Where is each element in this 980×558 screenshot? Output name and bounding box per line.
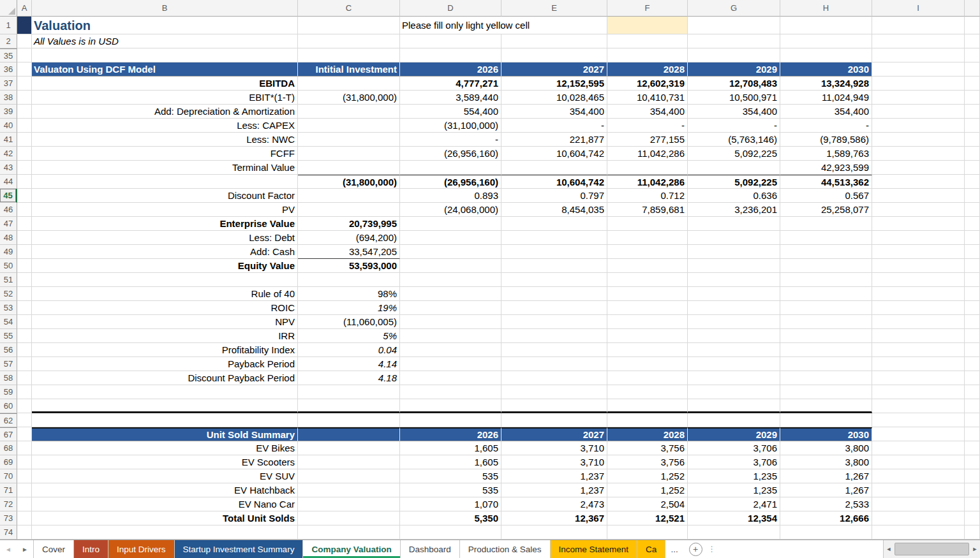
cell-filler[interactable] bbox=[965, 17, 980, 34]
cell-A54[interactable] bbox=[17, 315, 32, 329]
sheet-tab-startup-investment-summary[interactable]: Startup Investment Summary bbox=[175, 540, 304, 558]
cell-E57[interactable] bbox=[501, 357, 607, 371]
cell-B71[interactable]: EV Hatchback bbox=[32, 483, 298, 497]
cell-I60[interactable] bbox=[872, 399, 965, 413]
cell-I35[interactable] bbox=[872, 48, 965, 62]
cell-I38[interactable] bbox=[872, 91, 965, 105]
cell-I72[interactable] bbox=[872, 497, 965, 511]
sheet-tab-intro[interactable]: Intro bbox=[74, 540, 108, 558]
cell-F69[interactable]: 3,756 bbox=[607, 455, 688, 469]
cell-I51[interactable] bbox=[872, 273, 965, 287]
cell-F57[interactable] bbox=[607, 357, 688, 371]
cell-A53[interactable] bbox=[17, 301, 32, 315]
cell-E73[interactable]: 12,367 bbox=[501, 511, 607, 525]
column-header-E[interactable]: E bbox=[501, 0, 607, 17]
cell-B69[interactable]: EV Scooters bbox=[32, 455, 298, 469]
cell-I59[interactable] bbox=[872, 385, 965, 399]
cell-F45[interactable]: 0.712 bbox=[607, 189, 688, 203]
cell-I67[interactable] bbox=[872, 427, 965, 441]
row-header-55[interactable]: 55 bbox=[0, 329, 17, 343]
cell-G57[interactable] bbox=[688, 357, 780, 371]
cell-C47[interactable]: 20,739,995 bbox=[298, 217, 400, 231]
cell-I47[interactable] bbox=[872, 217, 965, 231]
row-header-59[interactable]: 59 bbox=[0, 385, 17, 399]
cell-H39[interactable]: 354,400 bbox=[780, 105, 872, 119]
cell-B39[interactable]: Add: Depreciation & Amortization bbox=[32, 105, 298, 119]
cell-H68[interactable]: 3,800 bbox=[780, 441, 872, 455]
cell-filler[interactable] bbox=[965, 259, 980, 273]
cell-G73[interactable]: 12,354 bbox=[688, 511, 780, 525]
row-header-43[interactable]: 43 bbox=[0, 161, 17, 175]
scroll-left-icon[interactable]: ◄ bbox=[884, 540, 894, 558]
cell-C41[interactable] bbox=[298, 133, 400, 147]
accent-square-cell-A1[interactable] bbox=[17, 17, 32, 34]
cell-A40[interactable] bbox=[17, 119, 32, 133]
subtitle-cell-B2[interactable]: All Values is in USD bbox=[32, 34, 298, 48]
cell-I1[interactable] bbox=[872, 17, 965, 34]
column-header-G[interactable]: G bbox=[688, 0, 780, 17]
cell-filler[interactable] bbox=[965, 385, 980, 399]
cell-B40[interactable]: Less: CAPEX bbox=[32, 119, 298, 133]
sheet-tab-cover[interactable]: Cover bbox=[33, 540, 74, 558]
cell-D72[interactable]: 1,070 bbox=[400, 497, 501, 511]
row-header-45[interactable]: 45 bbox=[0, 189, 17, 203]
cell-G62[interactable] bbox=[688, 413, 780, 427]
sheet-tab-input-drivers[interactable]: Input Drivers bbox=[108, 540, 175, 558]
cell-H2[interactable] bbox=[780, 34, 872, 48]
cell-filler[interactable] bbox=[965, 273, 980, 287]
cell-filler[interactable] bbox=[965, 399, 980, 413]
cell-B42[interactable]: FCFF bbox=[32, 147, 298, 161]
row-header-68[interactable]: 68 bbox=[0, 441, 17, 455]
row-header-38[interactable]: 38 bbox=[0, 91, 17, 105]
cell-F70[interactable]: 1,252 bbox=[607, 469, 688, 483]
cell-B35[interactable] bbox=[32, 48, 298, 62]
cell-B54[interactable]: NPV bbox=[32, 315, 298, 329]
cell-H73[interactable]: 12,666 bbox=[780, 511, 872, 525]
cell-A36[interactable] bbox=[17, 62, 32, 77]
cell-A37[interactable] bbox=[17, 77, 32, 91]
unit-year-header-H67[interactable]: 2030 bbox=[780, 427, 872, 441]
cell-F52[interactable] bbox=[607, 287, 688, 301]
cell-C37[interactable] bbox=[298, 77, 400, 91]
row-header-50[interactable]: 50 bbox=[0, 259, 17, 273]
cell-G71[interactable]: 1,235 bbox=[688, 483, 780, 497]
cell-H44[interactable]: 44,513,362 bbox=[780, 175, 872, 189]
cell-H43[interactable]: 42,923,599 bbox=[780, 161, 872, 175]
cell-C45[interactable] bbox=[298, 189, 400, 203]
cell-B47[interactable]: Enterprise Value bbox=[32, 217, 298, 231]
cell-filler[interactable] bbox=[965, 343, 980, 357]
cell-B72[interactable]: EV Nano Car bbox=[32, 497, 298, 511]
cell-A70[interactable] bbox=[17, 469, 32, 483]
cell-H45[interactable]: 0.567 bbox=[780, 189, 872, 203]
cell-G44[interactable]: 5,092,225 bbox=[688, 175, 780, 189]
cell-G40[interactable]: - bbox=[688, 119, 780, 133]
cell-F56[interactable] bbox=[607, 343, 688, 357]
cell-F46[interactable]: 7,859,681 bbox=[607, 203, 688, 217]
cell-F39[interactable]: 354,400 bbox=[607, 105, 688, 119]
cell-A50[interactable] bbox=[17, 259, 32, 273]
cell-G56[interactable] bbox=[688, 343, 780, 357]
cell-B46[interactable]: PV bbox=[32, 203, 298, 217]
cell-C68[interactable] bbox=[298, 441, 400, 455]
cell-filler[interactable] bbox=[965, 161, 980, 175]
unit-year-header-D67[interactable]: 2026 bbox=[400, 427, 501, 441]
column-header-A[interactable]: A bbox=[17, 0, 32, 17]
row-header-46[interactable]: 46 bbox=[0, 203, 17, 217]
cell-C53[interactable]: 19% bbox=[298, 301, 400, 315]
cell-D43[interactable] bbox=[400, 161, 501, 175]
cell-G45[interactable]: 0.636 bbox=[688, 189, 780, 203]
cell-I54[interactable] bbox=[872, 315, 965, 329]
cell-H41[interactable]: (9,789,586) bbox=[780, 133, 872, 147]
cell-F51[interactable] bbox=[607, 273, 688, 287]
cell-A38[interactable] bbox=[17, 91, 32, 105]
cell-H38[interactable]: 11,024,949 bbox=[780, 91, 872, 105]
cell-H56[interactable] bbox=[780, 343, 872, 357]
dcf-year-header-H36[interactable]: 2030 bbox=[780, 62, 872, 77]
cell-I40[interactable] bbox=[872, 119, 965, 133]
cell-A58[interactable] bbox=[17, 371, 32, 385]
cell-F53[interactable] bbox=[607, 301, 688, 315]
dcf-year-header-E36[interactable]: 2027 bbox=[501, 62, 607, 77]
row-header-35[interactable]: 35 bbox=[0, 48, 17, 62]
sheet-tab-company-valuation[interactable]: Company Valuation bbox=[303, 540, 400, 558]
row-header-52[interactable]: 52 bbox=[0, 287, 17, 301]
